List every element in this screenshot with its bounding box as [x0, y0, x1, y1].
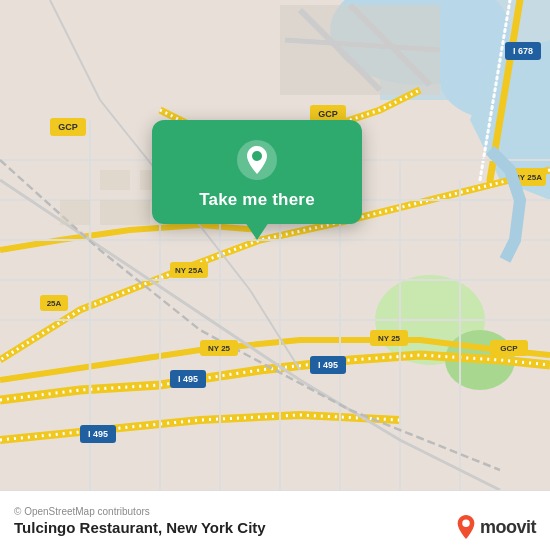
svg-text:I 495: I 495 [88, 429, 108, 439]
svg-point-54 [462, 520, 469, 527]
svg-text:NY 25: NY 25 [378, 334, 401, 343]
bottom-bar: © OpenStreetMap contributors Tulcingo Re… [0, 490, 550, 550]
svg-text:25A: 25A [47, 299, 62, 308]
map-svg: GCP GCP 25A NY 25A I 495 I 495 I 495 NY … [0, 0, 550, 490]
moovit-pin-icon [455, 514, 477, 540]
svg-rect-50 [60, 200, 90, 225]
moovit-logo: moovit [455, 514, 536, 540]
svg-text:GCP: GCP [500, 344, 518, 353]
svg-text:I 495: I 495 [318, 360, 338, 370]
svg-text:I 495: I 495 [178, 374, 198, 384]
svg-text:GCP: GCP [58, 122, 78, 132]
map-container[interactable]: GCP GCP 25A NY 25A I 495 I 495 I 495 NY … [0, 0, 550, 490]
svg-text:NY 25A: NY 25A [175, 266, 203, 275]
take-me-there-button[interactable]: Take me there [199, 190, 315, 210]
svg-text:I 678: I 678 [513, 46, 533, 56]
svg-point-53 [252, 151, 262, 161]
svg-text:GCP: GCP [318, 109, 338, 119]
popup-card: Take me there [152, 120, 362, 224]
svg-rect-49 [100, 200, 150, 225]
moovit-brand-label: moovit [480, 517, 536, 538]
svg-text:NY 25: NY 25 [208, 344, 231, 353]
svg-rect-47 [100, 170, 130, 190]
location-pin-icon [235, 138, 279, 182]
